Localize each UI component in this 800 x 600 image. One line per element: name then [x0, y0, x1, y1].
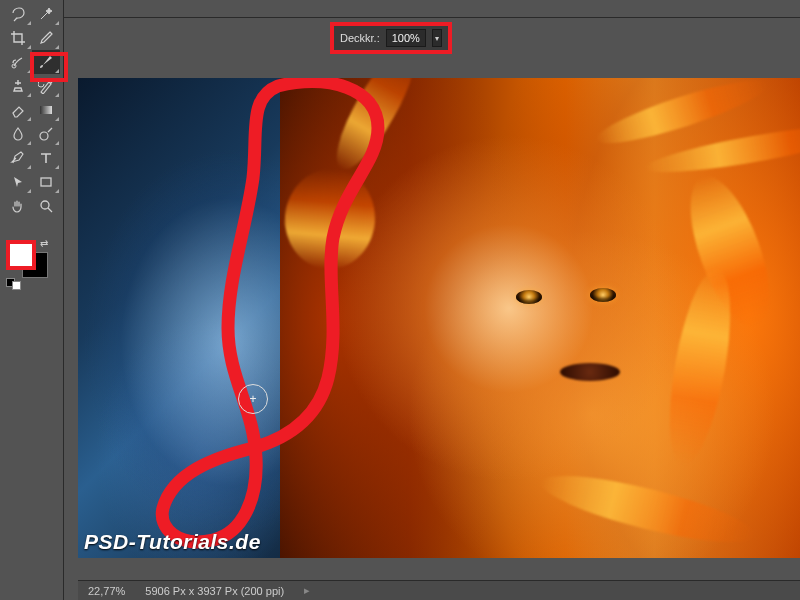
healing-brush-tool[interactable] — [4, 50, 32, 74]
svg-rect-3 — [41, 178, 51, 186]
opacity-input[interactable] — [386, 29, 426, 47]
document-image — [78, 78, 800, 558]
watermark: PSD-Tutorials.de — [84, 530, 261, 554]
history-brush-tool[interactable] — [32, 74, 60, 98]
eraser-tool[interactable] — [4, 98, 32, 122]
dodge-tool[interactable] — [32, 122, 60, 146]
rectangle-tool[interactable] — [32, 170, 60, 194]
hand-tool[interactable] — [4, 194, 32, 218]
document-dimensions: 5906 Px x 3937 Px (200 ppi) — [145, 585, 284, 597]
opacity-control-highlight: Deckkr.: ▾ — [330, 22, 452, 54]
svg-rect-1 — [40, 106, 52, 114]
eyedropper-tool[interactable] — [32, 26, 60, 50]
magic-wand-tool[interactable] — [32, 2, 60, 26]
status-arrow-icon[interactable]: ▸ — [304, 584, 310, 597]
type-tool[interactable] — [32, 146, 60, 170]
svg-point-4 — [41, 201, 49, 209]
lasso-tool[interactable] — [4, 2, 32, 26]
pen-tool[interactable] — [4, 146, 32, 170]
status-bar: 22,77% 5906 Px x 3937 Px (200 ppi) ▸ — [78, 580, 800, 600]
options-bar — [0, 0, 800, 18]
swap-colors-icon[interactable]: ⇄ — [40, 238, 48, 249]
opacity-dropdown[interactable]: ▾ — [432, 29, 442, 47]
foreground-color-swatch[interactable] — [6, 240, 36, 270]
zoom-tool[interactable] — [32, 194, 60, 218]
zoom-level[interactable]: 22,77% — [88, 585, 125, 597]
default-colors-icon[interactable] — [6, 278, 21, 290]
toolbox: ⇄ — [0, 0, 64, 600]
brush-tool[interactable] — [32, 50, 60, 74]
path-select-tool[interactable] — [4, 170, 32, 194]
gradient-tool[interactable] — [32, 98, 60, 122]
crop-tool[interactable] — [4, 26, 32, 50]
blur-tool[interactable] — [4, 122, 32, 146]
color-swatches: ⇄ — [4, 238, 60, 292]
canvas[interactable]: + PSD-Tutorials.de — [78, 78, 800, 558]
opacity-label: Deckkr.: — [340, 32, 380, 44]
svg-point-2 — [40, 132, 48, 140]
clone-stamp-tool[interactable] — [4, 74, 32, 98]
